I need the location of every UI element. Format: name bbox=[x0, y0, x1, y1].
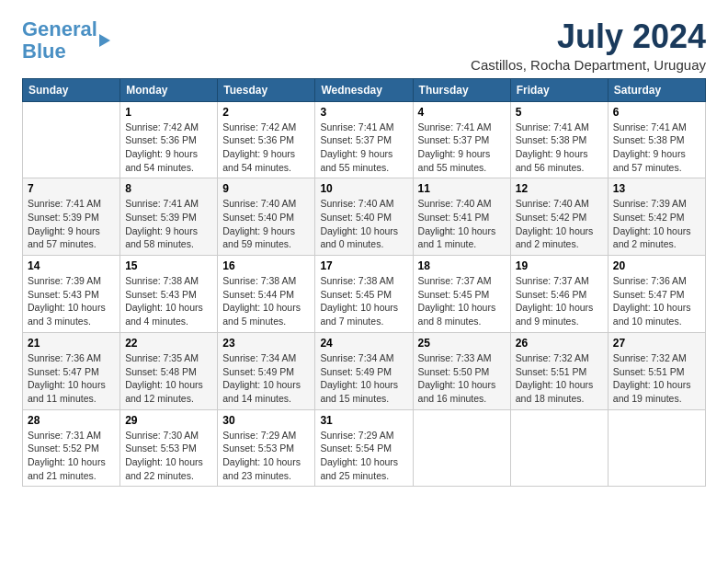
table-row bbox=[510, 409, 608, 487]
day-number: 13 bbox=[613, 182, 700, 195]
day-info: Sunrise: 7:29 AMSunset: 5:53 PMDaylight:… bbox=[222, 430, 301, 481]
table-row: 15 Sunrise: 7:38 AMSunset: 5:43 PMDaylig… bbox=[120, 256, 218, 333]
page-header: General Blue July 2024 Castillos, Rocha … bbox=[22, 18, 706, 73]
day-info: Sunrise: 7:38 AMSunset: 5:43 PMDaylight:… bbox=[125, 275, 203, 327]
day-info: Sunrise: 7:37 AMSunset: 5:45 PMDaylight:… bbox=[418, 275, 496, 327]
table-row: 24 Sunrise: 7:34 AMSunset: 5:49 PMDaylig… bbox=[315, 332, 413, 409]
day-info: Sunrise: 7:37 AMSunset: 5:46 PMDaylight:… bbox=[516, 275, 594, 327]
table-row: 31 Sunrise: 7:29 AMSunset: 5:54 PMDaylig… bbox=[315, 409, 413, 487]
day-info: Sunrise: 7:39 AMSunset: 5:42 PMDaylight:… bbox=[613, 198, 691, 249]
table-row: 6 Sunrise: 7:41 AMSunset: 5:38 PMDayligh… bbox=[608, 101, 705, 178]
day-info: Sunrise: 7:32 AMSunset: 5:51 PMDaylight:… bbox=[613, 352, 691, 404]
day-info: Sunrise: 7:34 AMSunset: 5:49 PMDaylight:… bbox=[320, 352, 398, 404]
col-sunday: Sunday bbox=[23, 78, 120, 101]
day-info: Sunrise: 7:42 AMSunset: 5:36 PMDaylight:… bbox=[125, 121, 199, 173]
location-subtitle: Castillos, Rocha Department, Uruguay bbox=[471, 57, 706, 73]
day-number: 1 bbox=[125, 106, 212, 119]
day-number: 5 bbox=[516, 106, 603, 119]
day-number: 12 bbox=[516, 182, 603, 195]
table-row: 25 Sunrise: 7:33 AMSunset: 5:50 PMDaylig… bbox=[413, 332, 510, 409]
col-tuesday: Tuesday bbox=[218, 78, 315, 101]
day-info: Sunrise: 7:42 AMSunset: 5:36 PMDaylight:… bbox=[222, 121, 296, 173]
day-info: Sunrise: 7:41 AMSunset: 5:39 PMDaylight:… bbox=[125, 198, 199, 249]
table-row: 10 Sunrise: 7:40 AMSunset: 5:40 PMDaylig… bbox=[315, 178, 413, 256]
day-number: 14 bbox=[28, 259, 115, 272]
day-info: Sunrise: 7:38 AMSunset: 5:44 PMDaylight:… bbox=[222, 275, 301, 327]
day-info: Sunrise: 7:40 AMSunset: 5:41 PMDaylight:… bbox=[418, 198, 496, 249]
day-info: Sunrise: 7:41 AMSunset: 5:37 PMDaylight:… bbox=[320, 121, 393, 173]
col-wednesday: Wednesday bbox=[315, 78, 413, 101]
logo-arrow-icon bbox=[99, 34, 110, 47]
table-row: 28 Sunrise: 7:31 AMSunset: 5:52 PMDaylig… bbox=[23, 409, 120, 487]
day-info: Sunrise: 7:35 AMSunset: 5:48 PMDaylight:… bbox=[125, 352, 203, 404]
day-number: 10 bbox=[320, 182, 407, 195]
table-row: 21 Sunrise: 7:36 AMSunset: 5:47 PMDaylig… bbox=[23, 332, 120, 409]
table-row: 29 Sunrise: 7:30 AMSunset: 5:53 PMDaylig… bbox=[120, 409, 218, 487]
logo-general: General bbox=[22, 17, 97, 40]
day-number: 31 bbox=[320, 414, 407, 427]
table-row: 14 Sunrise: 7:39 AMSunset: 5:43 PMDaylig… bbox=[23, 256, 120, 333]
day-number: 8 bbox=[125, 182, 212, 195]
day-info: Sunrise: 7:33 AMSunset: 5:50 PMDaylight:… bbox=[418, 352, 496, 404]
day-number: 7 bbox=[28, 182, 115, 195]
day-number: 11 bbox=[418, 182, 506, 195]
day-number: 24 bbox=[320, 337, 407, 350]
day-info: Sunrise: 7:41 AMSunset: 5:37 PMDaylight:… bbox=[418, 121, 492, 173]
table-row: 11 Sunrise: 7:40 AMSunset: 5:41 PMDaylig… bbox=[413, 178, 510, 256]
day-number: 22 bbox=[125, 337, 212, 350]
day-number: 27 bbox=[613, 337, 700, 350]
day-info: Sunrise: 7:40 AMSunset: 5:40 PMDaylight:… bbox=[320, 198, 398, 249]
day-number: 4 bbox=[418, 106, 506, 119]
table-row: 13 Sunrise: 7:39 AMSunset: 5:42 PMDaylig… bbox=[608, 178, 705, 256]
col-thursday: Thursday bbox=[413, 78, 510, 101]
table-row: 7 Sunrise: 7:41 AMSunset: 5:39 PMDayligh… bbox=[23, 178, 120, 256]
day-number: 2 bbox=[222, 106, 310, 119]
table-row: 18 Sunrise: 7:37 AMSunset: 5:45 PMDaylig… bbox=[413, 256, 510, 333]
table-row: 23 Sunrise: 7:34 AMSunset: 5:49 PMDaylig… bbox=[218, 332, 315, 409]
table-row: 1 Sunrise: 7:42 AMSunset: 5:36 PMDayligh… bbox=[120, 101, 218, 178]
day-number: 15 bbox=[125, 259, 212, 272]
table-row: 22 Sunrise: 7:35 AMSunset: 5:48 PMDaylig… bbox=[120, 332, 218, 409]
table-row bbox=[23, 101, 120, 178]
table-row bbox=[413, 409, 510, 487]
logo-blue: Blue bbox=[22, 40, 66, 63]
day-number: 18 bbox=[418, 259, 506, 272]
table-row: 30 Sunrise: 7:29 AMSunset: 5:53 PMDaylig… bbox=[218, 409, 315, 487]
day-number: 28 bbox=[28, 414, 115, 427]
table-row: 16 Sunrise: 7:38 AMSunset: 5:44 PMDaylig… bbox=[218, 256, 315, 333]
table-row: 8 Sunrise: 7:41 AMSunset: 5:39 PMDayligh… bbox=[120, 178, 218, 256]
calendar-header-row: Sunday Monday Tuesday Wednesday Thursday… bbox=[23, 78, 706, 101]
logo: General Blue bbox=[22, 18, 110, 63]
day-info: Sunrise: 7:41 AMSunset: 5:38 PMDaylight:… bbox=[613, 121, 687, 173]
day-number: 23 bbox=[222, 337, 310, 350]
day-number: 26 bbox=[516, 337, 603, 350]
table-row: 3 Sunrise: 7:41 AMSunset: 5:37 PMDayligh… bbox=[315, 101, 413, 178]
day-number: 19 bbox=[516, 259, 603, 272]
calendar-table: Sunday Monday Tuesday Wednesday Thursday… bbox=[22, 78, 706, 488]
day-number: 21 bbox=[28, 337, 115, 350]
day-info: Sunrise: 7:40 AMSunset: 5:40 PMDaylight:… bbox=[222, 198, 296, 249]
day-info: Sunrise: 7:39 AMSunset: 5:43 PMDaylight:… bbox=[28, 275, 106, 327]
table-row bbox=[608, 409, 705, 487]
day-info: Sunrise: 7:30 AMSunset: 5:53 PMDaylight:… bbox=[125, 430, 203, 481]
day-info: Sunrise: 7:36 AMSunset: 5:47 PMDaylight:… bbox=[28, 352, 106, 404]
day-number: 25 bbox=[418, 337, 506, 350]
table-row: 27 Sunrise: 7:32 AMSunset: 5:51 PMDaylig… bbox=[608, 332, 705, 409]
day-number: 30 bbox=[222, 414, 310, 427]
day-info: Sunrise: 7:36 AMSunset: 5:47 PMDaylight:… bbox=[613, 275, 691, 327]
month-year-title: July 2024 bbox=[471, 18, 706, 55]
table-row: 9 Sunrise: 7:40 AMSunset: 5:40 PMDayligh… bbox=[218, 178, 315, 256]
table-row: 12 Sunrise: 7:40 AMSunset: 5:42 PMDaylig… bbox=[510, 178, 608, 256]
day-info: Sunrise: 7:41 AMSunset: 5:38 PMDaylight:… bbox=[516, 121, 589, 173]
day-info: Sunrise: 7:40 AMSunset: 5:42 PMDaylight:… bbox=[516, 198, 594, 249]
logo-text: General Blue bbox=[22, 18, 97, 63]
title-block: July 2024 Castillos, Rocha Department, U… bbox=[471, 18, 706, 73]
day-number: 3 bbox=[320, 106, 407, 119]
col-saturday: Saturday bbox=[608, 78, 705, 101]
table-row: 19 Sunrise: 7:37 AMSunset: 5:46 PMDaylig… bbox=[510, 256, 608, 333]
table-row: 4 Sunrise: 7:41 AMSunset: 5:37 PMDayligh… bbox=[413, 101, 510, 178]
day-number: 20 bbox=[613, 259, 700, 272]
day-number: 29 bbox=[125, 414, 212, 427]
table-row: 20 Sunrise: 7:36 AMSunset: 5:47 PMDaylig… bbox=[608, 256, 705, 333]
day-info: Sunrise: 7:29 AMSunset: 5:54 PMDaylight:… bbox=[320, 430, 398, 481]
